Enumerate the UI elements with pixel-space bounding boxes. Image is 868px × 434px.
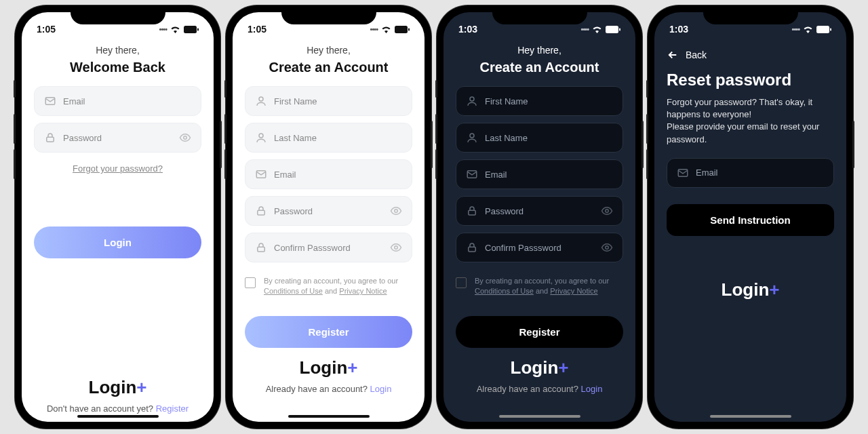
svg-point-22 — [606, 246, 609, 250]
svg-point-8 — [259, 134, 263, 138]
confirm-placeholder: Confirm Passsword — [485, 243, 594, 253]
page-title: Create an Account — [456, 60, 623, 75]
svg-point-4 — [184, 136, 187, 140]
svg-rect-14 — [606, 26, 618, 33]
privacy-link[interactable]: Privacy Notice — [339, 287, 387, 295]
plus-icon: + — [558, 357, 568, 378]
phone-register-dark: 1:03 •••• Hey there, Create an Account F… — [437, 5, 642, 429]
password-field[interactable]: Password — [245, 196, 412, 226]
firstname-placeholder: First Name — [485, 96, 613, 106]
person-icon — [255, 95, 267, 107]
lock-icon — [255, 241, 267, 254]
password-placeholder: Password — [63, 133, 172, 143]
lock-icon — [466, 241, 478, 254]
footer-text: Already have an account? Login — [245, 384, 412, 394]
password-placeholder: Password — [485, 206, 594, 216]
forgot-password-link[interactable]: Forgot your password? — [34, 163, 201, 174]
svg-point-16 — [470, 97, 474, 101]
firstname-field[interactable]: First Name — [245, 86, 412, 116]
home-indicator[interactable] — [288, 415, 370, 418]
email-placeholder: Email — [63, 96, 191, 106]
email-field[interactable]: Email — [34, 86, 201, 116]
mail-icon — [44, 95, 56, 107]
terms-checkbox[interactable] — [245, 277, 256, 288]
email-placeholder: Email — [274, 170, 402, 180]
person-icon — [255, 132, 267, 144]
lock-icon — [255, 205, 267, 217]
password-field[interactable]: Password — [34, 123, 201, 153]
person-icon — [466, 132, 478, 144]
email-field[interactable]: Email — [245, 159, 412, 189]
lastname-field[interactable]: Last Name — [245, 123, 412, 153]
email-placeholder: Email — [696, 167, 824, 178]
svg-rect-5 — [395, 26, 408, 33]
conditions-link[interactable]: Conditions of Use — [475, 287, 534, 295]
svg-rect-23 — [816, 26, 829, 33]
confirm-password-field[interactable]: Confirm Passsword — [245, 233, 412, 262]
eye-icon[interactable] — [390, 205, 402, 217]
eye-icon[interactable] — [601, 205, 613, 217]
home-indicator[interactable] — [77, 415, 159, 418]
register-link[interactable]: Register — [156, 403, 189, 414]
confirm-placeholder: Confirm Passsword — [274, 243, 383, 253]
status-time: 1:03 — [669, 24, 688, 35]
svg-rect-1 — [197, 28, 199, 31]
arrow-left-icon — [667, 49, 679, 61]
description-text: Forgot your password? That's okay, it ha… — [667, 96, 834, 146]
cellular-icon: •••• — [159, 25, 167, 33]
mail-icon — [466, 168, 478, 180]
page-title: Welcome Back — [34, 60, 201, 75]
send-instruction-button[interactable]: Send Instruction — [667, 204, 834, 236]
login-link[interactable]: Login — [581, 384, 603, 394]
status-time: 1:03 — [458, 24, 477, 35]
terms-row: By creating an account, you agree to our… — [245, 276, 412, 297]
email-field[interactable]: Email — [456, 159, 623, 189]
password-field[interactable]: Password — [456, 196, 623, 226]
app-logo: Login+ — [667, 279, 834, 300]
home-indicator[interactable] — [710, 415, 791, 418]
firstname-placeholder: First Name — [274, 96, 402, 106]
svg-rect-12 — [258, 247, 265, 252]
privacy-link[interactable]: Privacy Notice — [550, 287, 597, 295]
greeting-text: Hey there, — [245, 45, 412, 56]
login-button[interactable]: Login — [34, 226, 201, 258]
plus-icon: + — [347, 357, 357, 378]
eye-icon[interactable] — [601, 241, 613, 254]
svg-rect-3 — [47, 137, 54, 142]
svg-point-11 — [395, 210, 398, 213]
conditions-link[interactable]: Conditions of Use — [264, 287, 323, 295]
greeting-text: Hey there, — [34, 45, 201, 56]
wifi-icon — [592, 26, 602, 33]
home-indicator[interactable] — [499, 415, 580, 418]
email-placeholder: Email — [485, 170, 613, 180]
register-button[interactable]: Register — [245, 316, 412, 348]
eye-icon[interactable] — [390, 241, 402, 254]
svg-rect-6 — [408, 28, 410, 31]
email-field[interactable]: Email — [667, 158, 834, 188]
battery-icon — [184, 26, 199, 33]
svg-rect-24 — [830, 28, 831, 31]
svg-rect-21 — [469, 247, 476, 252]
confirm-password-field[interactable]: Confirm Passsword — [456, 233, 623, 262]
svg-rect-0 — [184, 26, 197, 33]
wifi-icon — [170, 26, 180, 33]
back-button[interactable]: Back — [667, 45, 834, 71]
person-icon — [466, 95, 478, 107]
plus-icon: + — [136, 377, 146, 397]
login-link[interactable]: Login — [370, 384, 392, 394]
firstname-field[interactable]: First Name — [456, 86, 623, 116]
password-placeholder: Password — [274, 206, 383, 216]
lastname-field[interactable]: Last Name — [456, 123, 623, 153]
register-button[interactable]: Register — [456, 316, 623, 348]
page-title: Reset password — [667, 71, 834, 90]
svg-rect-15 — [619, 28, 620, 31]
terms-checkbox[interactable] — [456, 277, 467, 288]
greeting-text: Hey there, — [456, 45, 623, 56]
svg-rect-19 — [469, 210, 476, 215]
lock-icon — [44, 132, 56, 144]
app-logo: Login+ — [456, 357, 623, 378]
eye-icon[interactable] — [179, 132, 191, 144]
wifi-icon — [381, 26, 391, 33]
svg-point-7 — [259, 97, 263, 101]
back-label: Back — [686, 50, 707, 60]
